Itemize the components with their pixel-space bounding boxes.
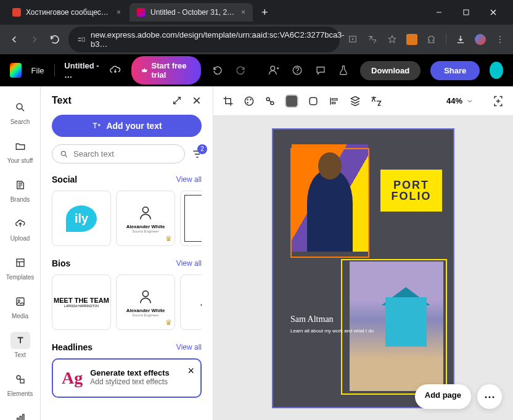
more-button[interactable]: ⋯ (477, 384, 502, 409)
metamask-icon[interactable] (406, 34, 417, 45)
template-card[interactable]: ily (52, 191, 111, 246)
sidebar-item-search[interactable]: Search (0, 94, 40, 130)
comment-button[interactable] (314, 65, 327, 76)
person-icon (137, 288, 154, 305)
sidebar-item-yourstuff[interactable]: Your stuff (0, 133, 40, 169)
beaker-button[interactable] (337, 65, 350, 76)
sidebar-item-media[interactable]: Media (0, 288, 40, 324)
template-card[interactable]: P RG I (180, 191, 202, 246)
generate-text-effects-card[interactable]: × Ag Generate text effects Add stylized … (52, 358, 202, 398)
sidebar-item-brands[interactable]: Brands (0, 171, 40, 208)
close-icon[interactable]: × (117, 8, 121, 17)
redo-button[interactable] (234, 65, 248, 76)
new-tab-button[interactable]: + (254, 6, 276, 19)
template-card[interactable]: Sk (180, 274, 202, 330)
back-button[interactable] (7, 34, 20, 45)
file-menu[interactable]: File (31, 66, 44, 75)
crop-icon[interactable] (222, 95, 234, 107)
artboard-frame[interactable] (290, 148, 369, 258)
downloads-icon[interactable] (455, 34, 466, 45)
install-icon[interactable] (347, 34, 358, 45)
svg-rect-41 (332, 102, 335, 104)
add-text-button[interactable]: Add your text (52, 115, 202, 137)
minimize-button[interactable] (429, 2, 449, 22)
adobe-express-logo[interactable] (10, 63, 22, 78)
template-card[interactable]: Alexander White Sound Engineer ♛ (116, 191, 175, 246)
sidebar-item-text[interactable]: Text (0, 327, 40, 363)
start-trial-button[interactable]: Start free trial (131, 56, 201, 84)
close-icon[interactable]: × (187, 364, 194, 377)
profile-icon[interactable] (475, 34, 486, 45)
share-button[interactable]: Share (430, 61, 480, 80)
user-avatar[interactable] (490, 62, 503, 79)
help-button[interactable] (290, 65, 304, 76)
svg-point-9 (499, 39, 501, 40)
close-window-button[interactable] (483, 2, 503, 22)
ag-icon: Ag (62, 368, 83, 388)
svg-point-33 (247, 99, 248, 101)
media-icon (15, 296, 26, 307)
browser-tab[interactable]: Хостинговое сообщество «Tii × (5, 3, 128, 22)
svg-rect-25 (22, 414, 23, 420)
align-icon[interactable] (328, 95, 340, 107)
svg-rect-6 (82, 38, 84, 41)
sidebar-item-charts[interactable]: Charts and (0, 405, 40, 420)
address-bar[interactable]: new.express.adobe.com/design/template/ur… (68, 27, 340, 52)
premium-crown-icon: ♛ (165, 318, 172, 327)
browser-tab-active[interactable]: Untitled - October 31, 2024 at × (129, 3, 253, 22)
menu-icon[interactable] (495, 34, 506, 45)
fill-color-swatch[interactable] (285, 94, 298, 108)
svg-rect-1 (464, 10, 469, 15)
template-card[interactable]: Alexander White Sound Engineer ♛ (116, 274, 175, 330)
translate-icon[interactable] (367, 34, 378, 45)
expand-icon[interactable] (172, 96, 182, 105)
chevron-down-icon (466, 97, 474, 105)
add-page-button[interactable]: Add page (415, 384, 471, 409)
sidebar-item-upload[interactable]: Upload (0, 210, 40, 247)
view-all-social[interactable]: View all (176, 175, 202, 184)
close-icon[interactable]: × (241, 8, 245, 17)
text-icon (15, 335, 26, 346)
svg-point-20 (18, 300, 20, 302)
artboard-text[interactable]: Sam Altman Learn all about my work and w… (290, 315, 374, 334)
sidebar-item-templates[interactable]: Templates (0, 249, 40, 286)
crown-icon (141, 66, 148, 75)
document-title[interactable]: Untitled - … (64, 61, 99, 80)
bookmark-icon[interactable] (387, 34, 398, 45)
corner-icon[interactable] (307, 95, 319, 107)
folder-icon (15, 141, 26, 152)
zoom-control[interactable]: 44% (446, 96, 474, 105)
section-bios-title: Bios (52, 258, 70, 268)
forward-button[interactable] (28, 34, 41, 45)
download-button[interactable]: Download (360, 61, 421, 80)
svg-point-13 (297, 72, 298, 73)
svg-point-31 (142, 290, 148, 296)
extensions-icon[interactable] (426, 34, 437, 45)
sidebar-item-elements[interactable]: Elements (0, 366, 40, 402)
artboard[interactable]: PORT FOLIO Sam Altman Learn all about my… (272, 128, 454, 408)
view-all-headlines[interactable]: View all (176, 343, 202, 352)
browser-tab-bar: Хостинговое сообщество «Tii × Untitled -… (0, 0, 513, 25)
site-info-icon[interactable] (77, 35, 86, 44)
left-sidebar: Search Your stuff Brands Upload Template… (0, 86, 41, 420)
search-text-input[interactable] (52, 144, 185, 163)
person-icon (137, 204, 154, 221)
maximize-button[interactable] (456, 2, 476, 22)
effects-icon[interactable] (264, 95, 276, 107)
fit-icon[interactable] (492, 95, 504, 107)
filter-button[interactable]: 2 (191, 148, 203, 160)
reload-button[interactable] (48, 34, 61, 45)
close-panel-icon[interactable] (192, 96, 202, 105)
cloud-sync-icon[interactable] (109, 64, 121, 76)
canvas-area: 44% PORT FOLIO (213, 86, 513, 420)
undo-button[interactable] (211, 65, 224, 76)
template-card[interactable]: MEET THE TEAM LARISSA HARRINGTON (52, 274, 111, 330)
add-user-button[interactable] (267, 64, 281, 76)
translate-icon[interactable] (370, 95, 382, 107)
color-icon[interactable] (243, 95, 255, 107)
layers-icon[interactable] (349, 95, 361, 107)
view-all-bios[interactable]: View all (176, 259, 202, 268)
canvas-viewport[interactable]: PORT FOLIO Sam Altman Learn all about my… (213, 116, 513, 420)
artboard-title-box[interactable]: PORT FOLIO (380, 170, 442, 212)
svg-point-34 (250, 99, 252, 101)
